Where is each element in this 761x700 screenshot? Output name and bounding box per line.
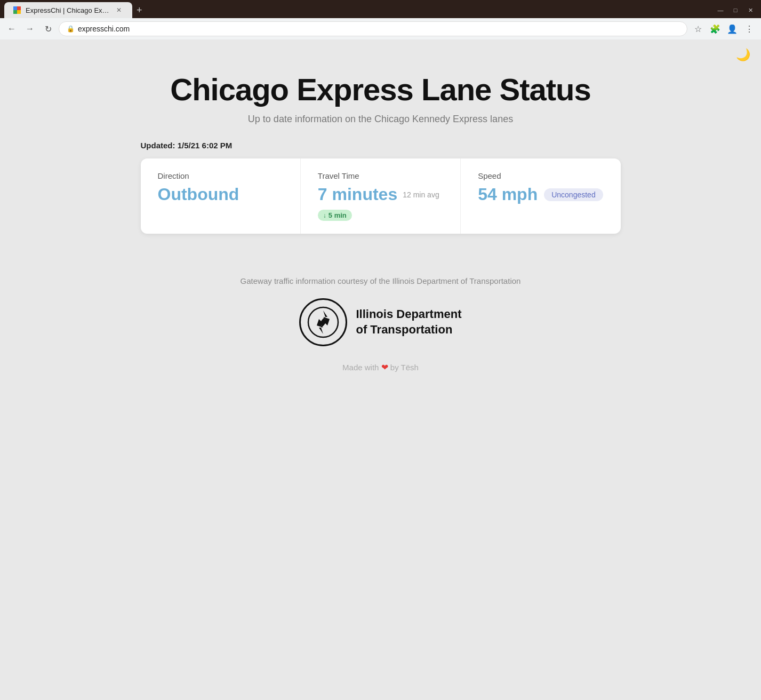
page-content: 🌙 Chicago Express Lane Status Up to date… [0, 39, 761, 697]
maximize-button[interactable]: □ [729, 5, 742, 15]
svg-rect-2 [13, 10, 17, 14]
travel-time-section: Travel Time 7 minutes 12 min avg ↓ 5 min [301, 158, 461, 234]
tab-title: ExpressChi | Chicago Express Lan... [26, 6, 110, 14]
main-container: Chicago Express Lane Status Up to date i… [141, 50, 621, 234]
travel-time-label: Travel Time [318, 171, 443, 180]
speed-section: Speed 54 mph Uncongested [461, 158, 620, 234]
svg-rect-0 [13, 6, 17, 10]
new-tab-button[interactable]: + [132, 3, 147, 18]
credit-suffix: by Tësh [390, 363, 419, 372]
time-savings-badge: ↓ 5 min [318, 210, 352, 221]
updated-text: Updated: 1/5/21 6:02 PM [141, 141, 621, 150]
direction-label: Direction [158, 171, 283, 180]
tab-close-button[interactable]: ✕ [114, 5, 124, 15]
footer-credit: Made with ❤ by Tësh [21, 362, 740, 372]
reload-button[interactable]: ↻ [41, 21, 55, 36]
extension-button[interactable]: 🧩 [708, 21, 723, 36]
menu-button[interactable]: ⋮ [742, 21, 757, 36]
heart-icon: ❤ [381, 363, 388, 372]
active-tab[interactable]: ExpressChi | Chicago Express Lan... ✕ [4, 2, 132, 18]
travel-time-row: 7 minutes 12 min avg ↓ 5 min [318, 185, 443, 221]
down-arrow-icon: ↓ [323, 212, 326, 219]
updated-value: 1/5/21 6:02 PM [178, 141, 233, 150]
gateway-text: Gateway traffic information courtesy of … [21, 276, 740, 285]
bookmark-button[interactable]: ☆ [691, 21, 706, 36]
speed-value: 54 mph [478, 185, 538, 204]
direction-value: Outbound [158, 185, 283, 204]
svg-rect-1 [17, 6, 21, 10]
close-button[interactable]: ✕ [744, 5, 757, 15]
address-bar[interactable]: 🔒 expresschi.com [59, 21, 687, 36]
dark-mode-button[interactable]: 🌙 [736, 48, 750, 62]
address-text: expresschi.com [78, 25, 130, 33]
tab-favicon [13, 6, 21, 14]
back-button[interactable]: ← [4, 21, 19, 36]
updated-label: Updated: [141, 141, 175, 150]
page-title: Chicago Express Lane Status [141, 71, 621, 107]
direction-section: Direction Outbound [141, 158, 301, 234]
browser-chrome: ExpressChi | Chicago Express Lan... ✕ + … [0, 0, 761, 39]
toolbar-icons: ☆ 🧩 👤 ⋮ [691, 21, 757, 36]
travel-time-value: 7 minutes [318, 185, 397, 204]
forward-button[interactable]: → [22, 21, 37, 36]
footer: Gateway traffic information courtesy of … [11, 255, 750, 388]
idot-logo: Illinois Departmentof Transportation [21, 298, 740, 346]
svg-rect-3 [17, 10, 21, 14]
time-savings-value: 5 min [329, 211, 347, 219]
idot-circle-logo [299, 298, 347, 346]
tab-bar: ExpressChi | Chicago Express Lan... ✕ + [4, 2, 147, 18]
minimize-button[interactable]: — [714, 5, 727, 15]
profile-button[interactable]: 👤 [725, 21, 740, 36]
page-subtitle: Up to date information on the Chicago Ke… [141, 114, 621, 125]
status-card: Direction Outbound Travel Time 7 minutes… [141, 158, 621, 234]
window-controls: — □ ✕ [714, 5, 757, 15]
speed-label: Speed [478, 171, 603, 180]
browser-toolbar: ← → ↻ 🔒 expresschi.com ☆ 🧩 👤 ⋮ [0, 18, 761, 39]
avg-text: 12 min avg [403, 190, 439, 199]
idot-name: Illinois Departmentof Transportation [356, 307, 461, 337]
speed-row: 54 mph Uncongested [478, 185, 603, 204]
credit-prefix: Made with [342, 363, 379, 372]
lock-icon: 🔒 [67, 25, 75, 33]
titlebar-top: ExpressChi | Chicago Express Lan... ✕ + … [0, 0, 761, 18]
idot-emblem [307, 306, 339, 338]
congestion-badge: Uncongested [544, 188, 603, 201]
